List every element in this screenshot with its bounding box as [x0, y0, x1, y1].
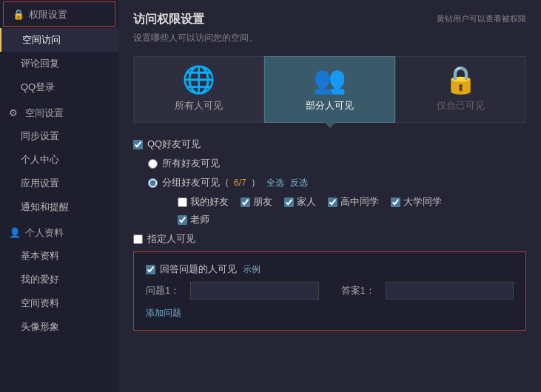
sidebar-item-avatar-label: 头像形象	[21, 321, 59, 332]
group-my-friends-cb[interactable]	[178, 197, 187, 207]
example-link[interactable]: 示例	[243, 263, 261, 276]
sidebar-item-space-info[interactable]: 空间资料	[0, 291, 118, 315]
sidebar-item-space-access-label: 空间访问	[22, 34, 61, 45]
specific-person-text: 指定人可见	[147, 232, 195, 246]
specific-person-cb[interactable]	[133, 234, 143, 244]
all-friends-radio[interactable]	[148, 159, 158, 169]
page-title: 访问权限设置	[133, 12, 258, 27]
qq-friends-label[interactable]: QQ好友可见	[133, 138, 201, 151]
group-friends-cb[interactable]	[241, 197, 250, 207]
sidebar-item-app-settings[interactable]: 应用设置	[0, 172, 118, 195]
sidebar-item-notif-label: 通知和提醒	[21, 201, 69, 212]
group-family-label: 家人	[297, 195, 316, 209]
specific-person-row: 指定人可见	[133, 232, 526, 246]
sidebar-section-access: 🔒 权限设置	[3, 1, 115, 27]
sidebar-section1-label: 权限设置	[29, 8, 67, 21]
group-teacher[interactable]: 老师	[178, 213, 209, 226]
groups-row-2: 老师	[178, 213, 526, 226]
deselect-link[interactable]: 反选	[290, 177, 308, 189]
select-all-link[interactable]: 全选	[266, 177, 284, 189]
top-notice: 黄钻用户可以查看被权限	[437, 13, 526, 24]
group-my-friends-label: 我的好友	[190, 195, 229, 209]
sidebar-item-notifications[interactable]: 通知和提醒	[0, 195, 118, 219]
sidebar-item-app-label: 应用设置	[21, 178, 59, 189]
sidebar-item-comment-reply[interactable]: 评论回复	[0, 52, 118, 75]
gear-icon: ⚙	[9, 107, 21, 119]
main-content: 访问权限设置 设置哪些人可以访问您的空间。 黄钻用户可以查看被权限 🌐 所有人可…	[118, 0, 541, 392]
page-subtitle: 设置哪些人可以访问您的空间。	[133, 32, 258, 44]
sidebar-item-qq-login[interactable]: QQ登录	[0, 75, 118, 99]
question-input-1[interactable]	[190, 282, 319, 300]
sidebar-item-basic-label: 基本资料	[21, 250, 59, 261]
lock-private-icon: 🔒	[444, 67, 477, 93]
sidebar-item-space-access[interactable]: 空间访问	[0, 28, 118, 52]
group-my-friends[interactable]: 我的好友	[178, 195, 229, 209]
sidebar-section3-label: 个人资料	[25, 226, 64, 240]
question-row-1: 问题1： 答案1：	[146, 282, 514, 300]
groups-row-1: 我的好友 朋友 家人 高中同学 大学同学	[178, 195, 526, 209]
sidebar-item-hobbies[interactable]: 我的爱好	[0, 268, 118, 291]
group-highschool-label: 高中同学	[340, 195, 379, 209]
visibility-option-private[interactable]: 🔒 仅自己可见	[395, 56, 526, 123]
group-friends-radio[interactable]	[148, 178, 158, 188]
group-friends[interactable]: 朋友	[241, 195, 272, 209]
visibility-row: 🌐 所有人可见 👥 部分人可见 🔒 仅自己可见	[133, 56, 526, 123]
sidebar-item-space-info-label: 空间资料	[21, 297, 59, 308]
answer-input-1[interactable]	[386, 282, 514, 300]
group-suffix: ）	[251, 176, 261, 189]
group-friends-text: 分组好友可见（	[162, 176, 229, 189]
sidebar-item-hobbies-label: 我的爱好	[21, 274, 59, 285]
sidebar-item-personal-center[interactable]: 个人中心	[0, 148, 118, 172]
all-friends-row: 所有好友可见	[148, 157, 526, 170]
group-teacher-cb[interactable]	[178, 215, 187, 225]
qq-friends-text: QQ好友可见	[147, 138, 201, 151]
group-highschool[interactable]: 高中同学	[328, 195, 379, 209]
sidebar-section2-label: 空间设置	[25, 107, 64, 120]
group-friends-label[interactable]: 分组好友可见（6/7）	[148, 176, 261, 189]
visibility-option-all[interactable]: 🌐 所有人可见	[133, 56, 264, 123]
sidebar-item-personal-label: 个人中心	[21, 154, 59, 165]
sidebar-item-qq-login-label: QQ登录	[21, 81, 55, 92]
answer-question-text: 回答问题的人可见	[160, 263, 237, 276]
answer-question-section: 回答问题的人可见 示例 问题1： 答案1： 添加问题	[133, 251, 526, 331]
group-college-label: 大学同学	[403, 195, 442, 209]
visibility-partial-label: 部分人可见	[306, 99, 354, 112]
group-teacher-label: 老师	[190, 213, 209, 226]
sidebar-item-basic-info[interactable]: 基本资料	[0, 244, 118, 268]
all-friends-text: 所有好友可见	[162, 157, 220, 170]
group-count: 6/7	[234, 178, 246, 188]
answer-question-row: 回答问题的人可见 示例	[146, 263, 514, 276]
answer-question-cb[interactable]	[146, 265, 155, 274]
globe-icon: 🌐	[182, 67, 215, 93]
sidebar-item-comment-label: 评论回复	[21, 58, 59, 69]
sidebar: 🔒 权限设置 空间访问 评论回复 QQ登录 ⚙ 空间设置 同步设置 个人中心 应…	[0, 0, 118, 392]
sidebar-item-sync[interactable]: 同步设置	[0, 124, 118, 148]
sidebar-section-profile: 👤 个人资料	[0, 219, 118, 244]
sidebar-item-avatar[interactable]: 头像形象	[0, 315, 118, 339]
group-highschool-cb[interactable]	[328, 197, 337, 207]
visibility-all-label: 所有人可见	[175, 99, 223, 112]
group-family[interactable]: 家人	[284, 195, 316, 209]
specific-person-label[interactable]: 指定人可见	[133, 232, 195, 246]
group-college[interactable]: 大学同学	[391, 195, 442, 209]
question-label-1: 问题1：	[146, 284, 183, 297]
group-friends-label: 朋友	[253, 195, 272, 209]
lock-icon: 🔒	[13, 9, 24, 21]
sidebar-section-space: ⚙ 空间设置	[0, 99, 118, 124]
visibility-option-partial[interactable]: 👥 部分人可见	[264, 56, 395, 123]
person-icon: 👤	[9, 227, 21, 239]
add-question-link[interactable]: 添加问题	[146, 307, 514, 320]
qq-friends-checkbox[interactable]	[133, 140, 143, 149]
visibility-private-label: 仅自己可见	[437, 99, 485, 112]
sidebar-item-sync-label: 同步设置	[21, 130, 59, 141]
group-friends-row: 分组好友可见（6/7） 全选 反选	[148, 176, 526, 189]
answer-question-label[interactable]: 回答问题的人可见	[146, 263, 237, 276]
all-friends-label[interactable]: 所有好友可见	[148, 157, 220, 170]
group-family-cb[interactable]	[284, 197, 294, 207]
answer-label-1: 答案1：	[341, 284, 378, 297]
options-section: QQ好友可见 所有好友可见 分组好友可见（6/7） 全选 反选 我的好友	[133, 138, 526, 331]
group-icon: 👥	[313, 67, 346, 93]
group-college-cb[interactable]	[391, 197, 400, 207]
qq-friends-row: QQ好友可见	[133, 138, 526, 151]
